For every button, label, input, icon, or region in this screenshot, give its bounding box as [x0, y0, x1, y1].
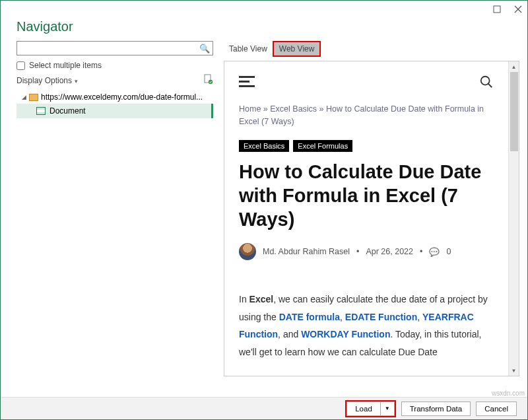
- article-title: How to Calculate Due Date with Formula i…: [239, 160, 494, 232]
- scroll-down-icon[interactable]: ▼: [509, 365, 519, 376]
- breadcrumb: Home » Excel Basics » How to Calculate D…: [239, 103, 494, 128]
- author: Md. Abdur Rahim Rasel: [263, 247, 350, 256]
- display-options[interactable]: Display Options▾: [16, 74, 213, 87]
- navigator-pane: 🔍 Select multiple items Display Options▾…: [1, 41, 224, 401]
- search-box[interactable]: 🔍: [16, 41, 213, 55]
- tag[interactable]: Excel Basics: [239, 140, 289, 152]
- load-button[interactable]: Load: [346, 402, 381, 416]
- dot-icon: •: [420, 247, 422, 256]
- load-dropdown-button[interactable]: ▼: [381, 402, 395, 416]
- maximize-icon[interactable]: [493, 4, 501, 16]
- close-icon[interactable]: [514, 4, 522, 16]
- breadcrumb-home[interactable]: Home: [239, 104, 261, 114]
- table-icon: [36, 107, 46, 115]
- tree-document-node[interactable]: Document: [16, 104, 213, 118]
- hamburger-icon[interactable]: [239, 73, 255, 90]
- view-tabs: Table View Web View: [224, 41, 527, 59]
- tags: Excel Basics Excel Formulas: [239, 140, 494, 152]
- chevron-down-icon: ▾: [75, 78, 78, 85]
- comment-count: 0: [446, 247, 451, 256]
- cancel-button[interactable]: Cancel: [476, 402, 517, 416]
- search-input[interactable]: [20, 44, 199, 53]
- tree-document-label: Document: [50, 106, 86, 116]
- refresh-icon[interactable]: [203, 74, 213, 87]
- footer: Load ▼ Transform Data Cancel: [1, 397, 527, 419]
- tree: ◢ https://www.exceldemy.com/due-date-for…: [16, 90, 224, 118]
- highlight-web-view: Web View: [273, 41, 321, 57]
- highlight-load: Load ▼: [345, 400, 396, 417]
- folder-icon: [29, 94, 38, 101]
- svg-rect-0: [494, 6, 500, 13]
- dot-icon: •: [356, 247, 359, 256]
- window-title: Navigator: [1, 19, 527, 41]
- svg-point-4: [209, 80, 213, 84]
- watermark: wsxdn.com: [492, 390, 525, 397]
- collapse-icon[interactable]: ◢: [22, 94, 26, 100]
- svg-line-6: [488, 83, 492, 87]
- select-multiple-row[interactable]: Select multiple items: [16, 61, 224, 70]
- scrollbar-thumb[interactable]: [510, 72, 518, 151]
- tab-web-view[interactable]: Web View: [274, 42, 320, 55]
- preview-pane: Table View Web View Home » Excel Basics …: [224, 41, 527, 401]
- tag[interactable]: Excel Formulas: [293, 140, 352, 152]
- transform-data-button[interactable]: Transform Data: [401, 402, 471, 416]
- select-multiple-label: Select multiple items: [29, 61, 102, 70]
- search-icon[interactable]: 🔍: [199, 44, 210, 53]
- link-date-formula[interactable]: DATE formula: [279, 312, 340, 322]
- display-options-label: Display Options: [16, 76, 72, 85]
- breadcrumb-category[interactable]: Excel Basics: [270, 104, 317, 114]
- search-icon[interactable]: [479, 75, 494, 89]
- article-meta: Md. Abdur Rahim Rasel • Apr 26, 2022 • 💬…: [239, 243, 494, 260]
- article-body: In Excel, we can easily calculate the du…: [239, 291, 494, 361]
- link-edate[interactable]: EDATE Function: [345, 312, 417, 322]
- link-workday[interactable]: WORKDAY Function: [301, 329, 390, 339]
- publish-date: Apr 26, 2022: [366, 247, 413, 256]
- svg-point-5: [481, 76, 490, 85]
- comment-icon: 💬: [429, 247, 440, 257]
- web-preview: Home » Excel Basics » How to Calculate D…: [224, 61, 508, 376]
- scroll-up-icon[interactable]: ▲: [509, 61, 519, 72]
- select-multiple-checkbox[interactable]: [16, 61, 25, 70]
- titlebar: [1, 1, 527, 19]
- tree-url-label: https://www.exceldemy.com/due-date-formu…: [41, 92, 203, 102]
- scrollbar[interactable]: ▲ ▼: [508, 61, 519, 376]
- avatar: [239, 243, 256, 260]
- tab-table-view[interactable]: Table View: [224, 42, 273, 55]
- tree-url-node[interactable]: ◢ https://www.exceldemy.com/due-date-for…: [16, 90, 213, 104]
